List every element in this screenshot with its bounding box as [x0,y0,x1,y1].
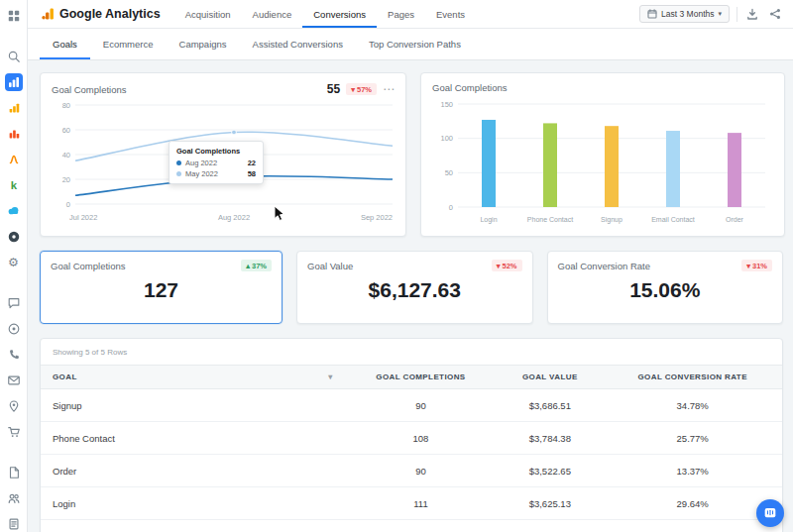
apps-grid-icon[interactable] [5,7,23,24]
goals-table-card: Showing 5 of 5 Rows Goal ▾ Goal Completi… [40,338,783,532]
search-icon[interactable] [5,48,23,64]
svg-text:0: 0 [449,203,453,212]
chat-icon[interactable] [5,294,23,311]
card-title: Goal Completions [432,82,508,93]
cart-icon[interactable] [5,423,23,440]
svg-text:50: 50 [445,168,453,177]
top-header: Google Analytics Acquisition Audience Co… [28,0,793,29]
kpi-title: Goal Conversion Rate [558,261,650,271]
analytics-app-2-icon[interactable] [5,125,23,142]
settings-gear-icon[interactable]: ⚙ [5,254,23,270]
column-goal[interactable]: Goal ▾ [41,366,345,389]
kpi-goal-completions[interactable]: Goal Completions ▴ 37% 127 [40,251,283,324]
analytics-app-icon[interactable] [5,99,23,116]
file-icon[interactable] [5,515,23,532]
google-analytics-logo-icon [41,7,55,21]
main-nav: Acquisition Audience Conversions Pages E… [174,0,476,28]
nav-pages[interactable]: Pages [377,0,425,28]
icon-sidebar: k ⚙ [0,0,28,532]
chat-launcher-button[interactable] [756,499,784,527]
dark-app-icon[interactable] [5,228,23,245]
help-icon[interactable] [5,320,23,337]
spark-app-icon[interactable] [5,151,23,167]
card-title: Goal Completions [52,84,127,95]
mail-icon[interactable] [5,372,23,388]
svg-text:150: 150 [440,100,453,109]
svg-text:0: 0 [66,200,70,209]
cloud-app-icon[interactable] [5,202,23,219]
nav-acquisition[interactable]: Acquisition [174,0,242,28]
share-icon[interactable] [767,6,783,22]
series-dot [176,160,181,165]
chart-tooltip: Goal Completions Aug 2022 22 May 2022 58 [169,141,264,184]
goal-name-cell: Order [41,455,345,487]
goal-name-cell: Login [41,487,345,520]
change-badge: ▾ 52% [492,260,522,271]
table-summary: Showing 5 of 5 Rows [41,339,782,365]
kpi-goal-conversion-rate[interactable]: Goal Conversion Rate ▾ 31% 15.06% [547,251,784,324]
tab-goals[interactable]: Goals [40,29,90,59]
active-app-icon[interactable] [5,73,23,90]
svg-text:Email Contact: Email Contact [651,216,695,223]
nav-events[interactable]: Events [425,0,476,28]
tooltip-value: 22 [240,159,256,167]
tooltip-label: Aug 2022 [185,159,217,167]
nav-conversions[interactable]: Conversions [302,0,377,28]
svg-text:100: 100 [440,134,453,143]
svg-text:k: k [10,179,17,191]
app-window: k ⚙ [0,0,793,532]
metric-cell: 29.64% [603,487,782,520]
kpi-title: Goal Value [307,261,353,271]
nav-audience[interactable]: Audience [242,0,303,28]
metric-cell: 34.78% [603,389,782,422]
line-chart[interactable]: 020406080Jul 2022Aug 2022Sep 2022 Goal C… [52,99,395,230]
phone-icon[interactable] [5,346,23,363]
tooltip-title: Goal Completions [176,147,256,156]
document-icon[interactable] [5,464,23,480]
column-goal-conversion-rate[interactable]: Goal Conversion Rate [603,366,782,389]
download-icon[interactable] [744,6,760,22]
table-row[interactable]: Phone Contact108$3,784.3825.77% [41,422,782,455]
location-icon[interactable] [5,397,23,414]
table-row[interactable]: Login111$3,625.1329.64% [41,487,782,520]
column-goal-completions[interactable]: Goal Completions [345,366,498,389]
metric-cell: 111 [345,487,498,520]
tab-campaigns[interactable]: Campaigns [167,29,240,59]
dashboard-content: Goal Completions 55 ▾ 57% ⋯ 020406080Jul… [28,59,793,532]
change-badge: ▾ 31% [741,260,772,271]
metric-cell: $3,686.51 [497,389,603,422]
tooltip-row: Aug 2022 22 [176,159,256,167]
kpi-goal-value[interactable]: Goal Value ▾ 52% $6,127.63 [296,251,533,324]
metric-cell: 13.37% [603,455,782,487]
change-badge: ▴ 37% [241,260,272,271]
svg-text:80: 80 [62,101,70,110]
goals-table: Goal ▾ Goal Completions Goal Value Goal … [41,365,782,520]
date-range-label: Last 3 Months [661,9,714,19]
metric-total: 55 [327,82,340,96]
people-icon[interactable] [5,489,23,506]
kpi-title: Goal Completions [51,261,126,271]
tab-ecommerce[interactable]: Ecommerce [90,29,167,59]
tab-top-conversion-paths[interactable]: Top Conversion Paths [356,29,474,59]
svg-text:Phone Contact: Phone Contact [527,216,573,223]
table-header-row: Goal ▾ Goal Completions Goal Value Goal … [41,366,782,389]
svg-text:Jul 2022: Jul 2022 [69,213,97,222]
column-goal-value[interactable]: Goal Value [497,366,603,389]
table-row[interactable]: Signup90$3,686.5134.78% [41,389,782,422]
kpi-value: $6,127.63 [307,278,522,302]
date-range-button[interactable]: Last 3 Months ▾ [639,5,730,23]
k-app-icon[interactable]: k [5,176,23,193]
metric-cell: 108 [345,422,498,455]
metric-cell: $3,625.13 [497,487,603,520]
divider [736,7,737,22]
svg-text:Sep 2022: Sep 2022 [361,213,393,222]
sort-caret-icon[interactable]: ▾ [328,372,332,381]
more-options-icon[interactable]: ⋯ [383,85,395,93]
table-row[interactable]: Order90$3,522.6513.37% [41,455,782,487]
line-chart-card: Goal Completions 55 ▾ 57% ⋯ 020406080Jul… [40,72,406,237]
svg-text:Aug 2022: Aug 2022 [218,213,250,222]
tab-assisted-conversions[interactable]: Assisted Conversions [240,29,356,59]
bar-chart-card: Goal Completions 050100150LoginPhone Con… [420,72,785,237]
bar-chart[interactable]: 050100150LoginPhone ContactSignupEmail C… [432,96,773,231]
svg-text:Order: Order [726,216,744,223]
